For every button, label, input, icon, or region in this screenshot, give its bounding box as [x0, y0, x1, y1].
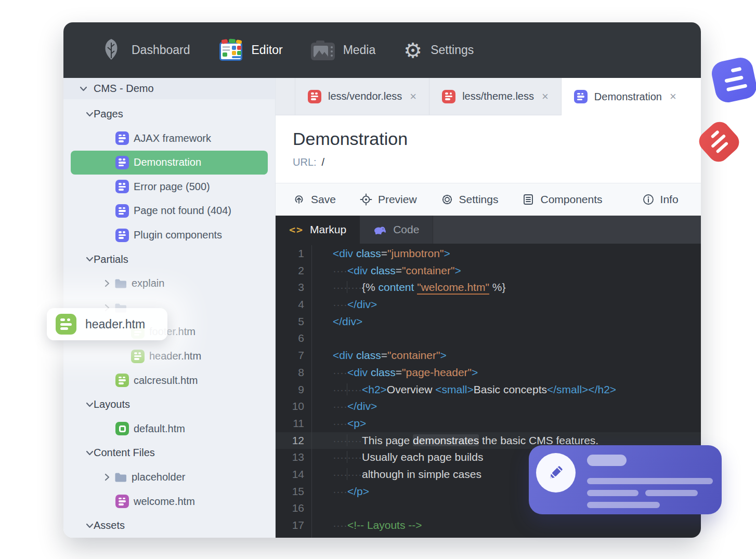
code-line-1[interactable]: 1<div class="jumbotron">	[276, 245, 701, 262]
htm-green-icon	[115, 374, 129, 387]
code-line-text: ········Usually each page builds	[312, 449, 483, 466]
drag-ghost-label: header.htm	[85, 317, 145, 331]
code-token: </h2>	[410, 536, 438, 538]
code-line-9[interactable]: 9········<h2>Overview <small>Basic conce…	[276, 381, 701, 398]
document-toolbar: SavePreviewSettingsComponentsInfo	[276, 183, 701, 216]
code-line-6[interactable]: 6	[276, 330, 701, 347]
code-token: ····	[333, 451, 347, 463]
card-skeleton-bar	[587, 502, 660, 508]
tree-item-error-page-500-[interactable]: Error page (500)	[71, 175, 268, 199]
tree-file-label: Page not found (404)	[134, 205, 231, 217]
tree-file-label: Plugin components	[134, 229, 222, 241]
editor-tab-code[interactable]: Code	[360, 216, 433, 244]
code-token: </div>	[333, 315, 362, 327]
sidebar-header[interactable]: CMS - Demo	[63, 78, 275, 99]
close-icon[interactable]: ×	[669, 90, 676, 103]
editor-tab-markup[interactable]: <>Markup	[276, 216, 360, 244]
decor-note-red-icon	[695, 117, 743, 166]
code-token: <h2>	[362, 383, 387, 395]
code-token: ····	[347, 451, 362, 463]
folder-icon	[114, 472, 127, 483]
nav-item-settings[interactable]: ⚙Settings	[389, 22, 488, 78]
doc-tab-demonstration[interactable]: Demonstration×	[562, 78, 701, 115]
code-line-18[interactable]: 18····<h2>Layouts</h2>	[276, 534, 701, 538]
toolbar-preview-button[interactable]: Preview	[360, 193, 417, 206]
doc-tab-less-theme-less[interactable]: less/theme.less×	[429, 78, 562, 115]
page-canvas: DashboardEditorMedia⚙Settings CMS - Demo…	[0, 0, 756, 559]
code-token: <small>	[435, 383, 474, 395]
tree-item-calcresult-htm[interactable]: calcresult.htm	[71, 368, 268, 393]
code-line-4[interactable]: 4····</div>	[276, 296, 701, 313]
tabstrip-spacer	[276, 78, 295, 115]
drag-ghost[interactable]: header.htm	[47, 308, 167, 340]
tree-item-placeholder[interactable]: placeholder	[71, 465, 268, 489]
tree-section-partials[interactable]: Partials	[71, 247, 268, 272]
less-red-file-icon	[442, 90, 455, 103]
code-line-text: ········although in simple cases	[312, 466, 481, 483]
code-line-5[interactable]: 5</div>	[276, 313, 701, 330]
tree-item-default-htm[interactable]: default.htm	[71, 417, 268, 441]
tree-section-pages[interactable]: Pages	[71, 102, 268, 126]
code-token: "jumbotron"	[387, 247, 444, 259]
code-line-10[interactable]: 10····</div>	[276, 398, 701, 415]
line-number: 4	[276, 296, 312, 313]
code-token: Usually each page builds	[362, 451, 483, 463]
page-url: URL:/	[293, 156, 701, 168]
tree-file-label: Error page (500)	[134, 181, 210, 193]
doc-tab-less-vendor-less[interactable]: less/vendor.less×	[295, 78, 429, 115]
code-token: </small></h2>	[547, 383, 616, 395]
toolbar-info-button[interactable]: Info	[642, 193, 679, 206]
line-number: 2	[276, 262, 312, 280]
code-line-3[interactable]: 3········{% content "welcome.htm" %}	[276, 279, 701, 296]
less-red-file-icon	[308, 90, 321, 103]
toolbar-components-button[interactable]: Components	[522, 193, 602, 206]
code-line-7[interactable]: 7<div class="container">	[276, 347, 701, 364]
line-number: 15	[276, 483, 312, 500]
code-token: <h2>	[347, 536, 372, 538]
code-token: content	[379, 281, 414, 293]
tree-item-demonstration[interactable]: Demonstration	[71, 151, 268, 175]
htm-file-icon	[56, 314, 76, 335]
code-token: </div>	[347, 400, 377, 412]
folder-icon	[114, 278, 127, 289]
tree-section-content-files[interactable]: Content Files	[71, 441, 268, 465]
code-token: <div	[347, 366, 368, 378]
toolbar-settings-button[interactable]: Settings	[441, 193, 499, 206]
line-number: 9	[276, 381, 312, 398]
code-token: ····	[347, 434, 362, 446]
code-line-11[interactable]: 11····<p>	[276, 415, 701, 432]
toolbar-save-button[interactable]: Save	[293, 193, 336, 206]
save-upload-icon	[293, 193, 305, 206]
tree-section-assets[interactable]: Assets	[71, 513, 268, 538]
close-icon[interactable]: ×	[409, 90, 416, 103]
nav-item-media[interactable]: Media	[297, 22, 390, 78]
close-icon[interactable]: ×	[541, 90, 549, 103]
tree-item-page-not-found-404-[interactable]: Page not found (404)	[71, 199, 268, 223]
nav-item-editor[interactable]: Editor	[204, 22, 297, 78]
htm-magenta-icon	[115, 495, 129, 508]
code-line-17[interactable]: 17····<!-- Layouts -->	[276, 517, 701, 534]
code-line-2[interactable]: 2····<div class="container">	[276, 262, 701, 280]
preview-target-icon	[360, 193, 372, 206]
code-line-8[interactable]: 8····<div class="page-header">	[276, 364, 701, 381]
code-line-text: ····<h2>Layouts</h2>	[312, 534, 438, 538]
nav-item-dashboard[interactable]: Dashboard	[85, 22, 204, 78]
code-token: %}	[492, 281, 506, 293]
code-token: {%	[362, 281, 375, 293]
tree-item-explain[interactable]: explain	[71, 271, 268, 296]
code-line-text	[312, 500, 333, 517]
toolbar-button-label: Info	[660, 193, 679, 206]
media-camera-icon	[311, 41, 335, 60]
tree-item-plugin-components[interactable]: Plugin components	[71, 223, 268, 247]
tree-item-header-htm[interactable]: header.htm	[71, 344, 268, 368]
htm-green-icon	[131, 350, 145, 363]
tree-item-ajax-framework[interactable]: AJAX framework	[71, 126, 268, 151]
editor-tabs: <>MarkupCode	[276, 216, 701, 244]
code-token: ····	[333, 485, 347, 497]
tree-section-layouts[interactable]: Layouts	[71, 392, 268, 417]
tree-file-label: header.htm	[149, 350, 201, 362]
tree-item-welcome-htm[interactable]: welcome.htm	[71, 489, 268, 514]
page-purple-icon	[115, 229, 129, 242]
tree-file-label: AJAX framework	[134, 132, 211, 144]
code-line-text: ········{% content "welcome.htm" %}	[312, 279, 505, 296]
